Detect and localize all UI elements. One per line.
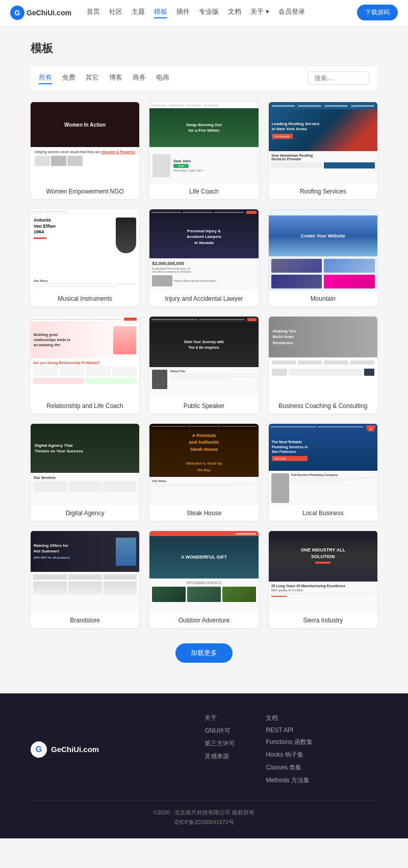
nav-plugins[interactable]: 插件 [176,7,190,18]
footer-link-functions[interactable]: Functions 函数集 [266,738,312,746]
template-grid: Women In Action Helping women never doub… [31,102,377,628]
template-card-life-coach[interactable]: Swap Burning Outfor a Fire Within Sara J… [149,102,258,199]
footer-logo: G GeChiUi.com [31,714,99,785]
nav-login[interactable]: 会员登录 [278,7,305,18]
footer-link-third-party[interactable]: 第三方许可 [205,739,235,748]
template-card-sierra[interactable]: ONE INDUSTRY ALLSOLUTION 25 Long Years O… [269,531,377,628]
footer-link-rest-api[interactable]: REST API [266,727,312,734]
nav-about[interactable]: 关于 ▾ [250,7,269,18]
nav-templates[interactable]: 模板 [154,7,167,18]
page-title: 模板 [31,41,377,56]
load-more-container: 加载更多 [31,643,377,663]
template-card-public-speaker[interactable]: Start Your Journey withTim & Be Inspired… [149,317,258,414]
template-label-music: Musical Instruments [31,291,139,306]
footer-icp: 京ICP备20200041972号 [31,818,377,826]
filter-ecommerce[interactable]: 电商 [156,72,169,84]
nav-home[interactable]: 首页 [87,7,100,18]
template-label-life-coach: Life Coach [149,184,258,199]
load-more-button[interactable]: 加载更多 [175,643,233,663]
template-card-roofing[interactable]: Leading Roofing ServiceIn New York Areas… [269,102,377,199]
template-preview-outdoor: A WONDERFUL GIFT UPCOMING EVENTS [149,531,258,613]
template-preview-digital-agency: Digital Agency ThatThrives on Your Succe… [31,424,139,505]
nav-community[interactable]: 社区 [109,7,122,18]
template-preview-steak-house: A Premiumand AuthenticSteak HouseWelcome… [149,424,258,505]
footer-copyright: ©2020 · 北京格尺科技有限公司 版权所有 [31,809,377,816]
filter-tabs: 所有 免费 其它 博客 商务 电商 [39,72,308,84]
main-content: 模板 所有 免费 其它 博客 商务 电商 Women In Action Hel… [0,26,408,693]
template-label-roofing: Roofing Services [269,184,377,199]
template-label-relationship: Relationship and Life Coach [31,398,139,414]
footer-link-methods[interactable]: Methods 方法集 [266,776,312,785]
footer-link-about[interactable]: 关于 [205,714,235,722]
footer-col-2: 文档 REST API Functions 函数集 Hooks 钩子集 Clas… [266,714,312,785]
template-label-mountain: Mountain [269,291,377,306]
template-card-relationship[interactable]: Building greatrelationships leads toan a… [31,317,139,414]
template-label-sierra: Sierra Industry [269,613,377,628]
nav-pro[interactable]: 专业版 [199,7,219,18]
template-preview-mountain: Create Your Website [269,209,377,291]
footer-col-1: 关于 GNU许可 第三方许可 灵感来源 [205,714,235,785]
footer-link-classes[interactable]: Classes 类集 [266,763,312,772]
filter-bar: 所有 免费 其它 博客 商务 电商 [31,66,377,90]
nav-themes[interactable]: 主题 [132,7,145,18]
template-preview-brandstore: Raining Offers forHot Summer!20% OFF for… [31,531,139,613]
template-card-brandstore[interactable]: Raining Offers forHot Summer!20% OFF for… [31,531,139,628]
template-label-lawyer: Injury and Accidental Lawyer [149,291,258,306]
site-logo[interactable]: G GeChiUi.com [10,6,71,20]
footer-link-hooks[interactable]: Hooks 钩子集 [266,751,312,759]
search-input[interactable] [308,71,369,85]
template-preview-music: AntonioVen Elfien1964 Our Story [31,209,139,291]
template-card-music[interactable]: AntonioVen Elfien1964 Our Story Musical … [31,209,139,306]
logo-text: GeChiUi.com [27,9,71,17]
footer-bottom: ©2020 · 北京格尺科技有限公司 版权所有 京ICP备20200041972… [31,800,377,826]
footer-link-inspiration[interactable]: 灵感来源 [205,752,235,761]
nav-links: 首页 社区 主题 模板 插件 专业版 文档 关于 ▾ 会员登录 [87,7,357,18]
footer-logo-text: GeChiUi.com [51,745,99,754]
template-badge-local-biz: 5 [367,427,374,431]
template-preview-life-coach: Swap Burning Outfor a Fire Within Sara J… [149,102,258,184]
template-card-steak-house[interactable]: A Premiumand AuthenticSteak HouseWelcome… [149,424,258,521]
filter-business[interactable]: 商务 [133,72,146,84]
filter-all[interactable]: 所有 [39,72,52,84]
filter-other[interactable]: 其它 [86,72,99,84]
footer-section: 关于 GNU许可 第三方许可 灵感来源 文档 REST API Function… [140,714,377,785]
navbar: G GeChiUi.com 首页 社区 主题 模板 插件 专业版 文档 关于 ▾… [0,0,408,26]
template-preview-women-ngo: Women In Action Helping women never doub… [31,102,139,184]
template-card-outdoor[interactable]: A WONDERFUL GIFT UPCOMING EVENTS Outdoor… [149,531,258,628]
template-card-lawyer[interactable]: Personal Injury &Accident Lawyersin Neva… [149,209,258,306]
template-label-outdoor: Outdoor Adventure [149,613,258,628]
footer-link-gnu[interactable]: GNU许可 [205,727,235,735]
logo-icon: G [10,6,24,20]
template-label-brandstore: Brandstore [31,613,139,628]
template-label-digital-agency: Digital Agency [31,505,139,521]
template-card-women-ngo[interactable]: Women In Action Helping women never doub… [31,102,139,199]
template-card-local-biz[interactable]: 5 The Most ReliablePlumbing Services inS… [269,424,377,521]
download-button[interactable]: 下载源码 [357,5,398,20]
template-preview-sierra: ONE INDUSTRY ALLSOLUTION 25 Long Years O… [269,531,377,613]
template-preview-biz-coaching: Helping YouBuild InnerResilience. [269,317,377,398]
footer-top: G GeChiUi.com 关于 GNU许可 第三方许可 灵感来源 文档 RES… [31,714,377,785]
template-label-public-speaker: Public Speaker [149,398,258,414]
template-label-steak-house: Steak House [149,505,258,521]
template-preview-local-biz: 5 The Most ReliablePlumbing Services inS… [269,424,377,505]
template-preview-lawyer: Personal Injury &Accident Lawyersin Neva… [149,209,258,291]
footer: G GeChiUi.com 关于 GNU许可 第三方许可 灵感来源 文档 RES… [0,693,408,838]
template-card-biz-coaching[interactable]: Helping YouBuild InnerResilience. [269,317,377,414]
template-preview-public-speaker: Start Your Journey withTim & Be Inspired… [149,317,258,398]
nav-right: 下载源码 [357,5,398,20]
template-label-women-ngo: Women Empowerment NGO [31,184,139,199]
footer-link-docs[interactable]: 文档 [266,714,312,722]
nav-docs[interactable]: 文档 [228,7,241,18]
filter-free[interactable]: 免费 [62,72,75,84]
footer-logo-icon: G [31,741,47,758]
template-label-local-biz: Local Business [269,505,377,521]
template-card-digital-agency[interactable]: Digital Agency ThatThrives on Your Succe… [31,424,139,521]
template-preview-roofing: Leading Roofing ServiceIn New York Areas… [269,102,377,184]
template-label-biz-coaching: Business Coaching & Consulting [269,398,377,414]
template-card-mountain[interactable]: Create Your Website Mountain [269,209,377,306]
filter-blog[interactable]: 博客 [109,72,122,84]
template-preview-relationship: Building greatrelationships leads toan a… [31,317,139,398]
